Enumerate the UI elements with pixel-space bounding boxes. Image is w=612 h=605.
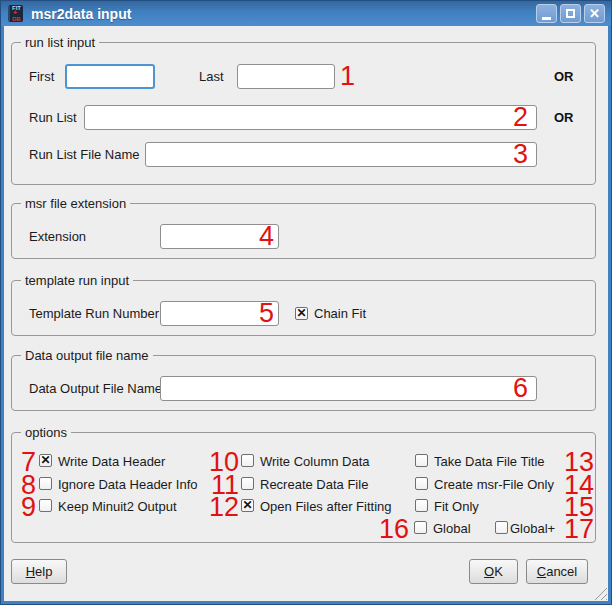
options-row-4: 16 Global Global+ 17 xyxy=(12,520,595,538)
group-run-list-input-legend: run list input xyxy=(21,35,99,50)
maximize-icon xyxy=(566,9,575,18)
annotation-10: 10 xyxy=(199,448,239,476)
data-output-file-name-input[interactable] xyxy=(160,376,537,401)
write-column-data-label: Write Column Data xyxy=(260,453,370,470)
help-button-label: Help xyxy=(12,560,66,583)
dialog-content: run list input First Last 1 OR Run List … xyxy=(4,26,608,601)
chain-fit-checkbox[interactable]: ✕ xyxy=(295,307,308,320)
close-button[interactable]: ✕ xyxy=(584,4,605,23)
take-data-file-title-checkbox[interactable] xyxy=(415,454,428,467)
or-label-1: OR xyxy=(554,64,574,89)
ok-button[interactable]: OK xyxy=(469,559,518,584)
annotation-14: 14 xyxy=(564,471,596,499)
open-files-after-fitting-label: Open Files after Fitting xyxy=(260,498,392,515)
chain-fit-label: Chain Fit xyxy=(314,305,366,322)
cancel-button-label: Cancel xyxy=(527,560,587,583)
group-data-output-file-name: Data output file name Data Output File N… xyxy=(11,355,596,411)
first-run-input[interactable] xyxy=(65,64,155,89)
group-template-run-input-legend: template run input xyxy=(21,273,133,288)
keep-minuit2-output-checkbox[interactable] xyxy=(39,499,52,512)
template-run-number-label: Template Run Number xyxy=(29,301,159,326)
window-controls: ✕ xyxy=(536,4,605,23)
msr2data-dialog-window: FIT + DB msr2data input ✕ run list input… xyxy=(0,0,612,605)
ignore-data-header-info-checkbox[interactable] xyxy=(39,477,52,490)
template-run-number-input[interactable] xyxy=(160,301,279,326)
group-template-run-input: template run input Template Run Number 5… xyxy=(11,280,596,336)
options-row-2: 8 Ignore Data Header Info 11 Recreate Da… xyxy=(12,476,595,494)
options-row-3: 9 Keep Minuit2 Output 12 ✕ Open Files af… xyxy=(12,498,595,516)
last-run-input[interactable] xyxy=(237,64,335,89)
group-msr-file-extension: msr file extension Extension 4 xyxy=(11,203,596,259)
group-data-output-file-name-legend: Data output file name xyxy=(21,348,153,363)
msr2data-app-icon: FIT + DB xyxy=(8,5,23,22)
keep-minuit2-output-label: Keep Minuit2 Output xyxy=(58,498,177,515)
global-plus-label: Global+ xyxy=(510,520,555,537)
annotation-13: 13 xyxy=(564,448,596,476)
icon-text-db: DB xyxy=(12,16,21,22)
create-msr-file-only-checkbox[interactable] xyxy=(415,477,428,490)
annotation-17: 17 xyxy=(564,515,596,543)
last-label: Last xyxy=(199,64,224,89)
extension-label: Extension xyxy=(29,224,86,249)
or-label-2: OR xyxy=(554,105,574,130)
first-label: First xyxy=(29,64,54,89)
annotation-15: 15 xyxy=(564,493,596,521)
global-plus-checkbox[interactable] xyxy=(495,521,508,534)
write-column-data-checkbox[interactable] xyxy=(241,454,254,467)
run-list-file-name-input[interactable] xyxy=(145,142,537,167)
global-label: Global xyxy=(433,520,471,537)
annotation-9: 9 xyxy=(14,493,36,521)
annotation-8: 8 xyxy=(14,471,36,499)
open-files-after-fitting-checkbox[interactable]: ✕ xyxy=(241,499,254,512)
data-output-file-name-label: Data Output File Name xyxy=(29,376,162,401)
write-data-header-label: Write Data Header xyxy=(58,453,165,470)
fit-only-label: Fit Only xyxy=(434,498,479,515)
window-title: msr2data input xyxy=(31,6,131,22)
extension-input[interactable] xyxy=(160,224,279,249)
annotation-1: 1 xyxy=(340,62,366,90)
run-list-label: Run List xyxy=(29,105,77,130)
recreate-data-file-checkbox[interactable] xyxy=(241,477,254,490)
maximize-button[interactable] xyxy=(560,4,581,23)
group-options: options 7 ✕ Write Data Header 10 Write C… xyxy=(11,432,596,543)
options-row-1: 7 ✕ Write Data Header 10 Write Column Da… xyxy=(12,453,595,471)
resize-grip[interactable] xyxy=(593,586,607,600)
annotation-7: 7 xyxy=(14,448,36,476)
annotation-11: 11 xyxy=(199,471,239,499)
help-button[interactable]: Help xyxy=(11,559,67,584)
annotation-12: 12 xyxy=(199,493,239,521)
group-msr-file-extension-legend: msr file extension xyxy=(21,196,130,211)
annotation-16: 16 xyxy=(369,515,409,543)
recreate-data-file-label: Recreate Data File xyxy=(260,476,368,493)
take-data-file-title-label: Take Data File Title xyxy=(434,453,545,470)
run-list-file-name-label: Run List File Name xyxy=(29,142,140,167)
create-msr-file-only-label: Create msr-File Only xyxy=(434,476,554,493)
group-run-list-input: run list input First Last 1 OR Run List … xyxy=(11,42,596,185)
ok-button-label: OK xyxy=(470,560,517,583)
fit-only-checkbox[interactable] xyxy=(415,499,428,512)
ignore-data-header-info-label: Ignore Data Header Info xyxy=(58,476,197,493)
close-icon: ✕ xyxy=(589,7,600,20)
cancel-button[interactable]: Cancel xyxy=(526,559,588,584)
minimize-icon xyxy=(542,17,551,20)
minimize-button[interactable] xyxy=(536,4,557,23)
title-bar[interactable]: FIT + DB msr2data input ✕ xyxy=(1,1,611,26)
group-options-legend: options xyxy=(21,425,71,440)
global-checkbox[interactable] xyxy=(414,521,427,534)
run-list-input[interactable] xyxy=(84,105,537,130)
write-data-header-checkbox[interactable]: ✕ xyxy=(39,454,52,467)
